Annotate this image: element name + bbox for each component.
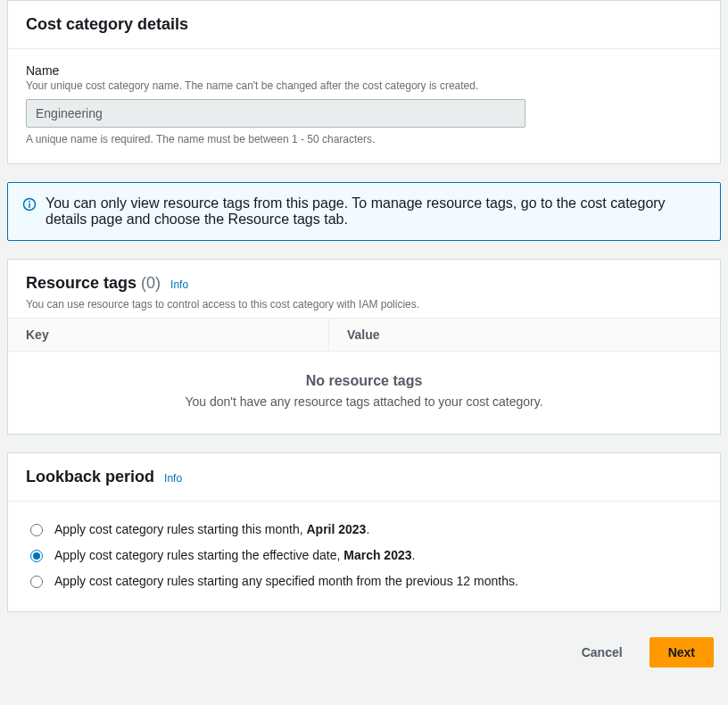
lookback-info-link[interactable]: Info [164,472,182,485]
next-button[interactable]: Next [649,637,714,668]
lookback-radio-0[interactable] [30,524,43,536]
lookback-title: Lookback period Info [26,468,702,486]
name-hint: Your unique cost category name. The name… [26,79,702,92]
tags-col-key: Key [8,319,329,351]
name-constraint: A unique name is required. The name must… [26,133,702,145]
lookback-radio-2[interactable] [30,576,43,588]
cost-category-details-panel: Cost category details Name Your unique c… [7,0,721,164]
name-input[interactable] [26,99,525,128]
lookback-option-this-month[interactable]: Apply cost category rules starting this … [26,516,702,542]
tags-empty-title: No resource tags [26,373,702,389]
info-alert-text: You can only view resource tags from thi… [46,195,706,228]
name-label: Name [26,63,702,78]
cancel-button[interactable]: Cancel [564,637,641,668]
resource-tags-count: (0) [141,274,161,292]
lookback-panel: Lookback period Info Apply cost category… [7,452,721,612]
lookback-option-specified-month[interactable]: Apply cost category rules starting any s… [26,568,702,593]
resource-tags-info-alert: You can only view resource tags from thi… [7,182,721,241]
resource-tags-title: Resource tags (0) Info [26,274,702,293]
svg-point-2 [29,201,30,203]
lookback-option-effective-date[interactable]: Apply cost category rules starting the e… [26,542,702,568]
tags-empty-sub: You don't have any resource tags attache… [26,394,702,409]
resource-tags-info-link[interactable]: Info [170,278,188,291]
lookback-radio-1[interactable] [30,550,43,562]
resource-tags-subtext: You can use resource tags to control acc… [26,298,702,311]
info-icon [22,197,37,215]
wizard-footer: Cancel Next [7,630,721,668]
tags-empty-state: No resource tags You don't have any reso… [8,352,720,434]
tags-table-header: Key Value [8,318,720,352]
tags-col-value: Value [329,319,720,351]
resource-tags-panel: Resource tags (0) Info You can use resou… [7,259,721,435]
cost-category-title: Cost category details [26,15,702,34]
